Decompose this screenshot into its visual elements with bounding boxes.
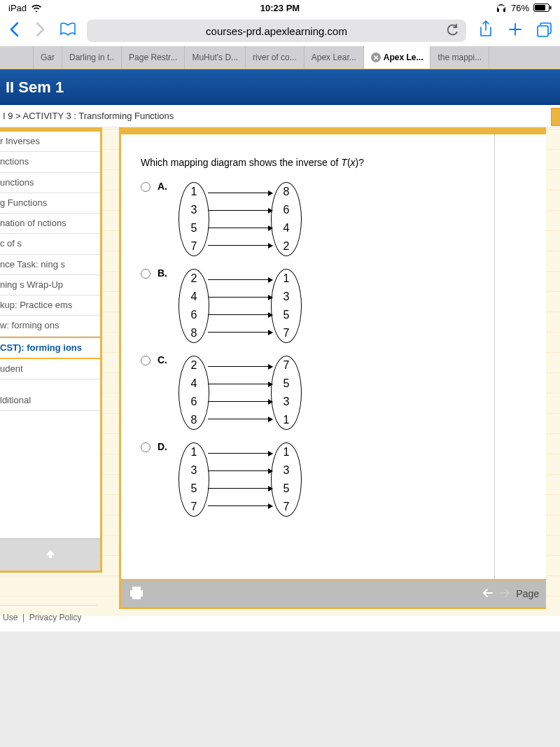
headphones-icon — [496, 3, 507, 13]
sidebar-item[interactable]: nce Task: ning s — [0, 255, 100, 275]
mapping-diagram-d: 1 3 5 7 1 3 5 7 — [177, 441, 303, 518]
svg-rect-2 — [550, 6, 552, 10]
breadcrumb-text: I 9 > ACTIVITY 3 : Transforming Function… — [3, 111, 174, 121]
radio-d[interactable] — [141, 442, 150, 452]
tab-muhut[interactable]: MuHut's D... — [185, 46, 246, 69]
choice-a[interactable]: A. 1 3 5 7 8 6 4 2 — [141, 181, 482, 258]
lesson-sidebar: r Inverses nctions unctions g Functions … — [0, 127, 102, 573]
safari-toolbar: courses-prd.apexlearning.com — [0, 15, 560, 46]
tab-apex-le-active[interactable]: ✕ Apex Le... — [364, 46, 431, 69]
tabs-icon[interactable] — [535, 22, 554, 40]
svg-rect-1 — [535, 5, 545, 11]
sidebar-item[interactable]: lditional — [0, 391, 100, 411]
bookmarks-icon[interactable] — [59, 22, 77, 40]
radio-a[interactable] — [141, 182, 150, 192]
sidebar-item[interactable]: nctions — [0, 152, 100, 172]
browser-tab-strip: Gar Darling in t.. Page Restr... MuHut's… — [0, 46, 560, 69]
course-header: II Sem 1 — [0, 69, 560, 105]
sidebar-collapse[interactable] — [0, 538, 100, 571]
tab-page-restr[interactable]: Page Restr... — [122, 46, 185, 69]
url-text: courses-prd.apexlearning.com — [206, 25, 347, 37]
pager-bar: Page — [121, 579, 546, 607]
sidebar-item[interactable]: udent — [0, 359, 100, 379]
sidebar-item[interactable]: g Functions — [0, 193, 100, 214]
tab-apex-lear[interactable]: Apex Lear... — [304, 46, 364, 69]
footer-privacy-link[interactable]: Privacy Policy — [29, 613, 82, 622]
tab-gar[interactable]: Gar — [34, 46, 62, 69]
url-bar[interactable]: courses-prd.apexlearning.com — [87, 20, 466, 42]
sidebar-item[interactable]: w: forming ons — [0, 316, 100, 336]
choice-label-c: C. — [158, 354, 170, 365]
choice-label-b: B. — [158, 267, 170, 279]
sidebar-item[interactable]: nation of nctions — [0, 214, 100, 234]
page-prev-icon[interactable] — [482, 588, 493, 600]
mapping-diagram-a: 1 3 5 7 8 6 4 2 — [177, 181, 303, 258]
choice-c[interactable]: C. 2 4 6 8 7 5 3 1 — [141, 354, 482, 431]
share-icon[interactable] — [476, 20, 496, 41]
forward-button[interactable] — [32, 20, 49, 42]
print-icon[interactable] — [128, 585, 145, 603]
tab-darling[interactable]: Darling in t.. — [62, 46, 122, 69]
sidebar-item-active[interactable]: CST): forming ions — [0, 337, 100, 359]
clock: 10:23 PM — [260, 3, 300, 13]
breadcrumb: I 9 > ACTIVITY 3 : Transforming Function… — [0, 105, 560, 127]
sidebar-item[interactable]: c of s — [0, 234, 100, 254]
new-tab-icon[interactable] — [505, 22, 525, 40]
sidebar-item[interactable]: ning s Wrap-Up — [0, 275, 100, 295]
course-title: II Sem 1 — [6, 78, 64, 97]
footer-use-link[interactable]: Use — [3, 613, 18, 622]
page-bottom-gray — [0, 631, 560, 747]
back-button[interactable] — [6, 20, 22, 42]
battery-percent: 76% — [511, 3, 529, 13]
tree-up-icon — [44, 548, 57, 561]
radio-b[interactable] — [141, 269, 150, 279]
choice-d[interactable]: D. 1 3 5 7 1 3 5 7 — [141, 441, 482, 518]
question-pane: Which mapping diagram shows the inverse … — [119, 127, 546, 609]
sidebar-item[interactable]: unctions — [0, 173, 100, 193]
sidebar-item[interactable]: r Inverses — [0, 132, 100, 152]
reload-icon[interactable] — [447, 24, 459, 39]
content-area: r Inverses nctions unctions g Functions … — [0, 127, 560, 616]
ipad-status-bar: iPad 10:23 PM 76% — [0, 0, 560, 15]
tab-mapping[interactable]: the mappi... — [430, 46, 489, 69]
tab-river[interactable]: river of co... — [246, 46, 304, 69]
mapping-diagram-b: 2 4 6 8 1 3 5 7 — [177, 267, 303, 344]
page-next-icon[interactable] — [499, 588, 510, 600]
tab-blank[interactable] — [0, 46, 34, 69]
battery-icon — [533, 4, 552, 12]
radio-c[interactable] — [141, 356, 150, 365]
choice-b[interactable]: B. 2 4 6 8 1 3 5 7 — [141, 267, 482, 344]
device-label: iPad — [8, 3, 27, 13]
mapping-diagram-c: 2 4 6 8 7 5 3 1 — [177, 354, 303, 431]
choice-label-a: A. — [158, 181, 170, 192]
footer-links: Use | Privacy Policy — [0, 605, 98, 629]
choice-label-d: D. — [158, 441, 170, 452]
sidebar-item[interactable]: kup: Practice ems — [0, 295, 100, 316]
question-prompt: Which mapping diagram shows the inverse … — [141, 157, 482, 168]
wifi-icon — [31, 4, 42, 12]
close-icon[interactable]: ✕ — [371, 53, 381, 62]
svg-rect-4 — [538, 26, 548, 36]
page-label: Page — [516, 588, 539, 599]
